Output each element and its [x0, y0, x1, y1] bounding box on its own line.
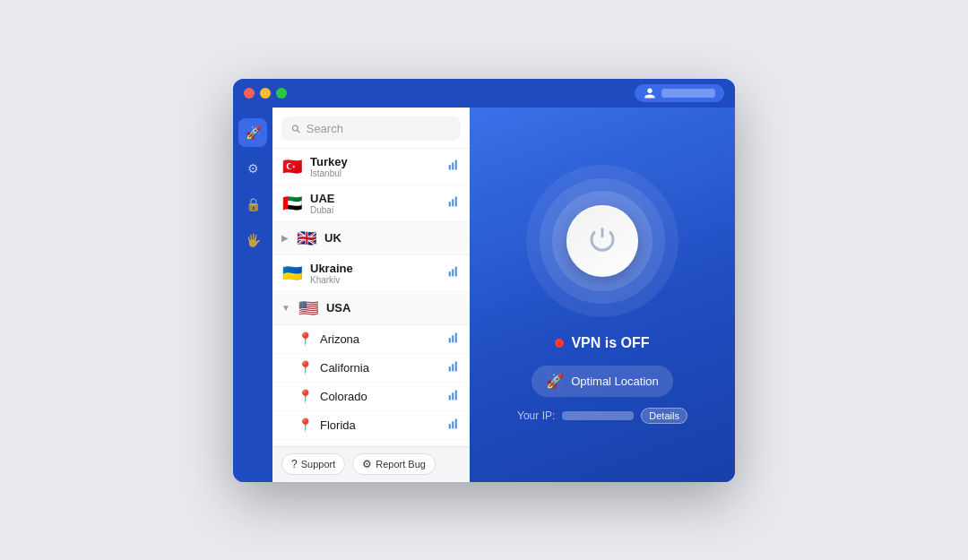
server-city: Kharkiv: [310, 275, 441, 285]
ip-label: Your IP:: [517, 409, 555, 422]
server-name: Turkey: [310, 155, 441, 168]
search-icon: [290, 123, 301, 134]
optimal-location-button[interactable]: 🚀 Optimal Location: [532, 366, 673, 397]
flag-uk: 🇬🇧: [296, 228, 317, 248]
details-button[interactable]: Details: [641, 408, 687, 424]
user-badge[interactable]: [635, 84, 724, 102]
server-info-ukraine: Ukraine Kharkiv: [310, 262, 441, 285]
flag-uae: 🇦🇪: [281, 194, 303, 213]
minimize-button[interactable]: [260, 88, 271, 99]
svg-rect-19: [452, 421, 454, 428]
search-input[interactable]: [307, 122, 452, 135]
svg-rect-6: [449, 271, 451, 277]
signal-icon: [448, 360, 461, 375]
close-button[interactable]: [244, 88, 255, 99]
panel-bottom: ? Support ⚙ Report Bug: [272, 446, 470, 482]
search-bar: [272, 108, 470, 149]
svg-rect-18: [449, 424, 451, 429]
list-item[interactable]: 🇺🇦 Ukraine Kharkiv: [272, 255, 470, 292]
list-item[interactable]: 🇦🇪 UAE Dubai: [272, 185, 470, 222]
maximize-button[interactable]: [276, 88, 287, 99]
ip-row: Your IP: Details: [517, 408, 687, 424]
optimal-location-text: Optimal Location: [571, 375, 659, 388]
svg-rect-0: [449, 165, 451, 170]
state-name: California: [320, 361, 441, 375]
list-item[interactable]: 📍 Florida: [272, 411, 470, 440]
list-item[interactable]: 📍 Arizona: [272, 325, 470, 354]
svg-rect-7: [452, 269, 454, 276]
country-name-usa: USA: [326, 301, 461, 314]
list-item[interactable]: 📍 California: [272, 354, 470, 383]
vpn-panel: VPN is OFF 🚀 Optimal Location Your IP: D…: [470, 108, 735, 482]
collapse-icon: ▼: [281, 303, 290, 313]
power-button[interactable]: [566, 205, 638, 277]
state-name: Florida: [320, 418, 441, 432]
report-label: Report Bug: [376, 459, 426, 470]
list-item[interactable]: 🇹🇷 Turkey Istanbul: [272, 149, 470, 185]
power-icon: [588, 227, 617, 255]
server-city: Dubai: [310, 205, 441, 215]
server-info-uae: UAE Dubai: [310, 192, 441, 215]
support-label: Support: [301, 459, 336, 470]
server-list: 🇹🇷 Turkey Istanbul 🇦🇪 UAE Dubai: [272, 149, 470, 446]
state-name: Colorado: [320, 390, 441, 403]
support-button[interactable]: ? Support: [281, 453, 345, 475]
location-pin-icon: 📍: [298, 360, 313, 375]
svg-rect-4: [452, 199, 454, 206]
svg-rect-5: [455, 196, 457, 206]
sidebar-item-security[interactable]: 🔒: [238, 190, 267, 219]
server-name: Ukraine: [310, 262, 441, 275]
country-row-uk[interactable]: ▶ 🇬🇧 UK: [272, 222, 470, 255]
svg-rect-20: [455, 418, 457, 428]
svg-rect-13: [452, 364, 454, 371]
signal-icon: [448, 195, 461, 211]
svg-rect-15: [449, 395, 451, 401]
expand-icon: ▶: [281, 233, 289, 243]
svg-rect-9: [449, 338, 451, 343]
user-icon: [644, 87, 656, 99]
flag-ukraine: 🇺🇦: [281, 263, 303, 283]
report-bug-button[interactable]: ⚙ Report Bug: [352, 453, 436, 475]
server-list-panel: 🇹🇷 Turkey Istanbul 🇦🇪 UAE Dubai: [272, 108, 470, 482]
list-item[interactable]: 📍 Georgia: [272, 440, 470, 446]
svg-rect-11: [455, 332, 457, 342]
svg-rect-10: [452, 335, 454, 342]
svg-rect-16: [452, 392, 454, 400]
bug-icon: ⚙: [362, 458, 372, 470]
sidebar-item-servers[interactable]: 🚀: [238, 118, 267, 147]
vpn-status-text: VPN is OFF: [571, 335, 649, 351]
location-pin-icon: 📍: [298, 332, 313, 346]
svg-rect-8: [455, 266, 457, 276]
svg-rect-14: [455, 361, 457, 371]
rocket-icon: 🚀: [546, 373, 564, 390]
svg-rect-12: [449, 366, 451, 372]
sidebar-icons: 🚀 ⚙ 🔒 🖐: [233, 108, 272, 482]
list-item[interactable]: 📍 Colorado: [272, 383, 470, 411]
svg-rect-17: [455, 390, 457, 400]
signal-icon: [448, 159, 461, 174]
svg-rect-2: [455, 159, 457, 169]
signal-icon: [448, 265, 461, 280]
signal-icon: [448, 418, 461, 433]
app-window: 🚀 ⚙ 🔒 🖐 🇹🇷: [233, 79, 735, 482]
sidebar-item-settings[interactable]: ⚙: [238, 154, 267, 183]
search-input-wrapper[interactable]: [281, 116, 461, 141]
support-icon: ?: [291, 458, 298, 470]
signal-icon: [448, 389, 461, 404]
flag-turkey: 🇹🇷: [281, 157, 303, 177]
state-name: Arizona: [320, 332, 441, 346]
username-display: [661, 89, 715, 98]
sidebar-item-privacy[interactable]: 🖐: [238, 226, 267, 254]
country-name: UK: [324, 231, 461, 245]
ip-address-display: [562, 411, 634, 420]
svg-rect-3: [449, 202, 451, 207]
main-content: 🚀 ⚙ 🔒 🖐 🇹🇷: [233, 108, 735, 482]
traffic-lights: [244, 88, 287, 99]
server-city: Istanbul: [310, 168, 441, 178]
status-dot: [555, 339, 564, 348]
signal-icon: [448, 332, 461, 347]
server-name: UAE: [310, 192, 441, 205]
svg-rect-1: [452, 162, 454, 169]
vpn-status: VPN is OFF: [555, 335, 649, 351]
country-row-usa[interactable]: ▼ 🇺🇸 USA: [272, 292, 470, 325]
